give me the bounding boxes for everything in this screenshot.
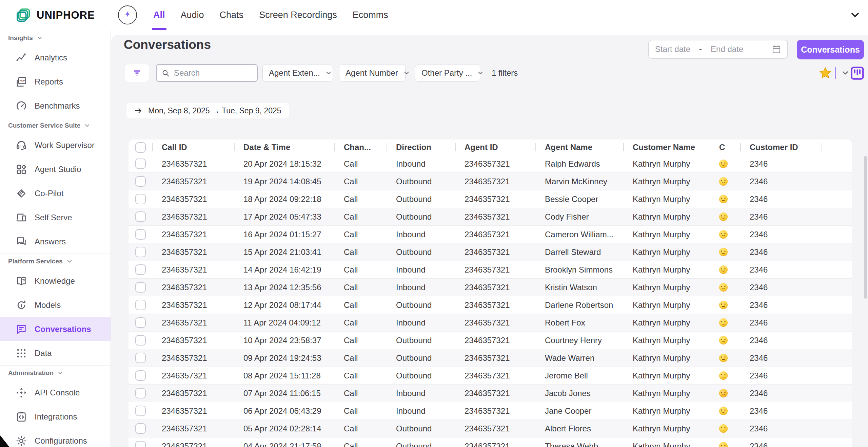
cell-filler: [822, 349, 852, 367]
table-row[interactable]: 234635732120 Apr 2024 18:15:32CallInboun…: [129, 155, 852, 173]
table-row[interactable]: 234635732106 Apr 2024 06:43:29CallInboun…: [129, 402, 852, 420]
row-checkbox[interactable]: [135, 176, 146, 187]
table-row[interactable]: 234635732116 Apr 2024 01:15:27CallInboun…: [129, 226, 852, 243]
table-header-cell: [129, 139, 152, 155]
sidebar-section-customer-service-suite[interactable]: Customer Service Suite: [0, 118, 111, 133]
table-row[interactable]: 234635732108 Apr 2024 15:11:28CallOutbou…: [129, 367, 852, 385]
table-row[interactable]: 234635732118 Apr 2024 09:22:18CallOutbou…: [129, 190, 852, 208]
sidebar-item-self-serve[interactable]: Self Serve: [0, 205, 111, 229]
sidebar-item-benchmarks[interactable]: Benchmarks: [0, 94, 111, 118]
filter-dropdown-other-party[interactable]: Other Party ...: [415, 64, 480, 82]
favorite-star-icon[interactable]: [818, 66, 832, 80]
sidebar-item-api-console[interactable]: API Console: [0, 380, 111, 405]
row-checkbox[interactable]: [135, 388, 146, 398]
table-row[interactable]: 234635732113 Apr 2024 12:35:56CallInboun…: [129, 279, 852, 296]
dropdown-label: Other Party ...: [421, 68, 472, 78]
uniphore-logo: UNIPHORE: [16, 7, 95, 23]
cell-agent-id: 2346357321: [455, 190, 535, 208]
row-checkbox[interactable]: [135, 194, 146, 204]
sidebar-item-co-pilot[interactable]: Co-Pilot: [0, 181, 111, 205]
sidebar-item-models[interactable]: Models: [0, 293, 111, 317]
sidebar-item-agent-studio[interactable]: Agent Studio: [0, 157, 111, 181]
select-all-checkbox[interactable]: [135, 142, 146, 153]
cell-sentiment: [710, 437, 740, 447]
filter-button[interactable]: [125, 64, 149, 82]
sidebar-section-label: Administration: [8, 369, 54, 377]
tab-all[interactable]: All: [153, 0, 165, 30]
tab-ecomms[interactable]: Ecomms: [353, 0, 388, 30]
row-checkbox[interactable]: [135, 264, 146, 275]
search-input[interactable]: [173, 68, 252, 78]
table-row[interactable]: 234635732112 Apr 2024 08:17:44CallOutbou…: [129, 296, 852, 314]
filter-dropdown-agent-exten[interactable]: Agent Exten...: [262, 64, 333, 82]
row-checkbox[interactable]: [135, 441, 146, 447]
sidebar-item-integrations[interactable]: Integrations: [0, 405, 111, 429]
uniphore-logo-icon: [16, 7, 31, 23]
table-row[interactable]: 234635732117 Apr 2024 05:47:33CallOutbou…: [129, 208, 852, 226]
date-range-input[interactable]: Start date - End date: [648, 40, 788, 59]
row-checkbox[interactable]: [135, 423, 146, 434]
sidebar-item-answers[interactable]: Answers: [0, 229, 111, 254]
table-row[interactable]: 234635732104 Apr 2024 21:17:58CallOutbou…: [129, 437, 852, 447]
table-row[interactable]: 234635732115 Apr 2024 21:03:41CallOutbou…: [129, 243, 852, 261]
cell-channel: Call: [334, 437, 387, 447]
row-checkbox[interactable]: [135, 335, 146, 346]
topbar: UNIPHORE AllAudioChatsScreen RecordingsE…: [0, 0, 868, 30]
tab-audio[interactable]: Audio: [181, 0, 204, 30]
table-row[interactable]: 234635732107 Apr 2024 11:06:15CallInboun…: [129, 385, 852, 402]
sidebar-item-data[interactable]: Data: [0, 341, 111, 365]
row-checkbox[interactable]: [135, 229, 146, 240]
column-header-customer-name[interactable]: Customer Name: [623, 139, 710, 155]
calendar-icon[interactable]: [772, 44, 781, 54]
tab-screen-recordings[interactable]: Screen Recordings: [259, 0, 337, 30]
sidebar-item-analytics[interactable]: Analytics: [0, 45, 111, 70]
table-row[interactable]: 234635732114 Apr 2024 16:42:19CallInboun…: [129, 261, 852, 279]
row-checkbox[interactable]: [135, 159, 146, 169]
sidebar-item-reports[interactable]: PDFReports: [0, 70, 111, 94]
applied-date-range-chip[interactable]: Mon, Sep 8, 2025 → Tue, Sep 9, 2025: [126, 103, 289, 118]
cell-customer-id: 2346: [740, 243, 822, 261]
table-row[interactable]: 234635732110 Apr 2024 23:58:37CallOutbou…: [129, 332, 852, 349]
filter-dropdown-agent-number[interactable]: Agent Number: [339, 64, 406, 82]
row-checkbox[interactable]: [135, 300, 146, 310]
cell-direction: Inbound: [387, 226, 455, 243]
table-row[interactable]: 234635732111 Apr 2024 04:09:12CallInboun…: [129, 314, 852, 332]
columns-view-icon[interactable]: [850, 66, 865, 81]
cell-customer-id: 2346: [740, 208, 822, 225]
scrollbar-thumb[interactable]: [864, 156, 867, 299]
cell-filler: [822, 279, 852, 296]
sidebar-item-work-supervisor[interactable]: Work Supervisor: [0, 133, 111, 157]
column-header-date-time[interactable]: Date & Time: [234, 139, 334, 155]
column-header-c[interactable]: C: [710, 139, 740, 155]
account-chevron-down-icon[interactable]: [849, 9, 861, 21]
ai-assistant-button[interactable]: [118, 5, 137, 24]
row-checkbox[interactable]: [135, 317, 146, 328]
sidebar-item-configurations[interactable]: Configurations: [0, 429, 111, 447]
row-checkbox[interactable]: [135, 406, 146, 416]
column-header-customer-id[interactable]: Customer ID: [740, 139, 822, 155]
sidebar-section-insights[interactable]: Insights: [0, 31, 111, 45]
row-checkbox[interactable]: [135, 282, 146, 293]
sidebar-section-administration[interactable]: Administration: [0, 366, 111, 380]
table-row[interactable]: 234635732105 Apr 2024 02:28:14CallOutbou…: [129, 420, 852, 437]
column-header-direction[interactable]: Direction: [387, 139, 455, 155]
search-box[interactable]: [156, 64, 258, 82]
sidebar-item-conversations[interactable]: Conversations: [0, 317, 111, 341]
sentiment-happy-emoji: [719, 442, 728, 447]
table-row[interactable]: 234635732109 Apr 2024 19:24:53CallOutbou…: [129, 349, 852, 367]
tab-chats[interactable]: Chats: [220, 0, 244, 30]
row-checkbox[interactable]: [135, 211, 146, 222]
column-header-call-id[interactable]: Call ID: [152, 139, 234, 155]
row-checkbox[interactable]: [135, 353, 146, 363]
conversations-button[interactable]: Conversations: [797, 40, 864, 59]
sidebar-item-knowledge[interactable]: Knowledge: [0, 269, 111, 293]
column-header-agent-id[interactable]: Agent ID: [455, 139, 535, 155]
view-chevron-down-icon[interactable]: [841, 69, 850, 77]
row-checkbox[interactable]: [135, 247, 146, 257]
conversations-icon: [16, 323, 27, 335]
column-header-chan[interactable]: Chan...: [334, 139, 387, 155]
row-checkbox[interactable]: [135, 370, 146, 381]
sidebar-section-platform-services[interactable]: Platform Services: [0, 254, 111, 269]
column-header-agent-name[interactable]: Agent Name: [535, 139, 623, 155]
table-row[interactable]: 234635732119 Apr 2024 14:08:45CallOutbou…: [129, 173, 852, 190]
